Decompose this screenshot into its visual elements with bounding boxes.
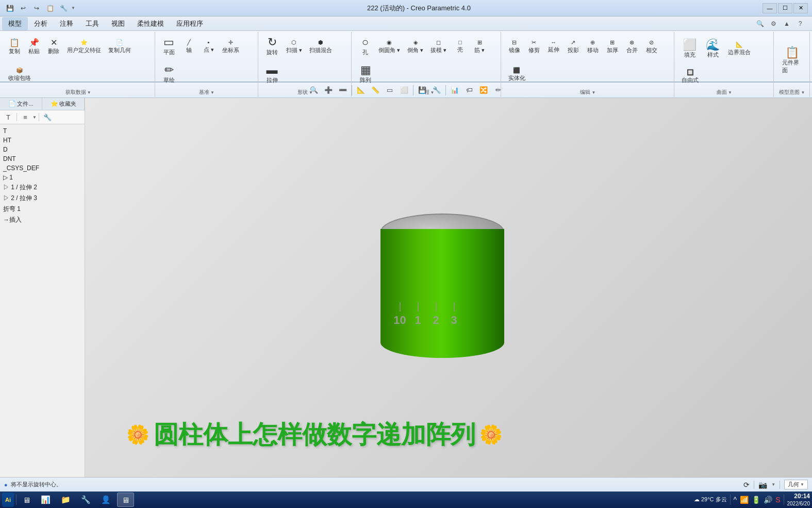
- project-btn[interactable]: ↗投影: [564, 38, 583, 55]
- sweep-btn[interactable]: ⬡扫描 ▾: [283, 38, 305, 55]
- statusbar-rotate-icon[interactable]: ⟳: [743, 481, 750, 489]
- intersect-btn[interactable]: ⊘相交: [642, 38, 661, 55]
- hole-btn[interactable]: ○孔: [356, 33, 374, 60]
- collapse-ribbon-btn[interactable]: ▲: [781, 18, 792, 29]
- solidify-btn[interactable]: ⬛实体化: [505, 66, 528, 83]
- sketch-btn[interactable]: ✏草绘: [159, 61, 179, 88]
- menu-model[interactable]: 模型: [2, 17, 28, 30]
- shrinkwrap-btn[interactable]: 📦收缩包络: [5, 66, 34, 83]
- mirror-btn[interactable]: ⊟镜像: [505, 38, 524, 55]
- minimize-btn[interactable]: —: [763, 3, 777, 13]
- taskbar-up-arrow[interactable]: ^: [734, 496, 737, 504]
- delete-btn[interactable]: ✕删除: [44, 38, 63, 56]
- annotations-btn[interactable]: ✏: [491, 84, 505, 96]
- copy-btn[interactable]: 📋复制: [5, 38, 24, 56]
- settings-btn[interactable]: 🔧: [58, 3, 69, 14]
- chamfer-btn[interactable]: ◈倒角 ▾: [404, 38, 426, 55]
- view-extra-btn[interactable]: 🔀: [477, 84, 490, 96]
- taskbar-task-manager-btn[interactable]: 📊: [37, 493, 55, 507]
- tree-item-extrude3[interactable]: ▷ 2 / 拉伸 3: [3, 193, 81, 204]
- taskbar-battery-icon[interactable]: 🔋: [752, 496, 760, 504]
- component-interface-btn[interactable]: 📋元件界面: [778, 45, 806, 76]
- tree-text-btn[interactable]: T: [2, 111, 14, 123]
- close-btn[interactable]: ✕: [793, 3, 808, 13]
- datum-display-btn[interactable]: 📊: [448, 84, 461, 96]
- statusbar-camera-dropdown[interactable]: ▼: [771, 482, 775, 487]
- taskbar-network-icon[interactable]: 📶: [740, 496, 749, 504]
- tree-item-extrude2[interactable]: ▷ 1 / 拉伸 2: [3, 182, 81, 193]
- zoom-fit-btn[interactable]: 🔍: [307, 84, 321, 96]
- menu-apps[interactable]: 应用程序: [170, 17, 209, 30]
- modelintent-label[interactable]: 模型意图 ▼: [779, 89, 805, 96]
- tree-item-ht[interactable]: HT: [3, 136, 81, 145]
- sidebar-tab-files[interactable]: 📄文件...: [0, 98, 42, 110]
- statusbar-camera-icon[interactable]: 📷: [758, 481, 767, 489]
- getdata-label[interactable]: 获取数据 ▼: [65, 89, 91, 96]
- axis-btn[interactable]: ╱轴: [180, 38, 198, 55]
- tree-item-insert[interactable]: →插入: [3, 215, 81, 225]
- tree-settings-btn[interactable]: 🔧: [41, 111, 54, 123]
- point-btn[interactable]: •点 ▾: [200, 38, 218, 55]
- sidebar-tab-favorites[interactable]: ⭐收藏夹: [42, 98, 85, 110]
- tree-list-btn[interactable]: ≡: [19, 111, 31, 123]
- datum-label[interactable]: 基准 ▼: [199, 89, 214, 96]
- taskbar-user-btn[interactable]: 👤: [97, 493, 115, 507]
- viewport[interactable]: 10 1 2 3: [85, 98, 812, 477]
- options-ribbon-btn[interactable]: ⚙: [768, 18, 779, 29]
- save-quickaccess-btn[interactable]: 💾: [4, 3, 15, 14]
- clipboard-btn[interactable]: 📋: [44, 3, 56, 14]
- extend-btn[interactable]: ↔延伸: [544, 38, 563, 55]
- style-btn[interactable]: 🌊样式: [702, 36, 724, 62]
- view-3d-btn[interactable]: 📏: [369, 84, 382, 96]
- zoom-in-btn[interactable]: ➕: [322, 84, 335, 96]
- taskbar-s-icon[interactable]: S: [775, 496, 780, 504]
- thicken-btn[interactable]: ⊞加厚: [603, 38, 622, 55]
- csys-btn[interactable]: ✛坐标系: [219, 38, 242, 55]
- merge-btn[interactable]: ⊗合并: [623, 38, 641, 55]
- boundary-blend-btn[interactable]: 📐边界混合: [725, 40, 754, 57]
- move-btn[interactable]: ⊕移动: [584, 38, 602, 55]
- search-ribbon-btn[interactable]: 🔍: [754, 18, 766, 29]
- menu-annotation[interactable]: 注释: [54, 17, 79, 30]
- menu-tools[interactable]: 工具: [79, 17, 105, 30]
- draft-btn[interactable]: ◻拔模 ▾: [427, 38, 450, 55]
- taskbar-ai-btn[interactable]: Ai: [2, 493, 14, 507]
- clock[interactable]: 20:14 2022/6/20: [787, 492, 810, 508]
- maximize-btn[interactable]: ☐: [778, 3, 792, 13]
- tree-item-bend[interactable]: 折弯 1: [3, 204, 81, 215]
- undo-btn[interactable]: ↩: [18, 3, 29, 14]
- edit-label[interactable]: 编辑 ▼: [580, 89, 595, 96]
- tree-item-dnt[interactable]: DNT: [3, 154, 81, 163]
- plane-btn[interactable]: ▭平面: [159, 33, 179, 60]
- menu-analysis[interactable]: 分析: [28, 17, 54, 30]
- view-mode-dropdown[interactable]: 几何 ▼: [784, 480, 808, 489]
- tree-item-csys[interactable]: _CSYS_DEF: [3, 163, 81, 173]
- revolve-btn[interactable]: ↻旋转: [262, 33, 282, 60]
- view-box-btn[interactable]: ▭: [383, 84, 396, 96]
- tree-item-t[interactable]: T: [3, 126, 81, 136]
- view-shaded-btn[interactable]: ⬜: [397, 84, 411, 96]
- freeform-btn[interactable]: 🔲自由式: [678, 68, 702, 85]
- surface-label[interactable]: 曲面 ▼: [717, 89, 732, 96]
- fill-btn[interactable]: ⬜填充: [678, 36, 701, 62]
- tree-item-d[interactable]: D: [3, 145, 81, 154]
- menu-view[interactable]: 视图: [105, 17, 131, 30]
- display-settings-btn[interactable]: 🔧: [430, 84, 443, 96]
- menu-flexible[interactable]: 柔性建模: [131, 17, 170, 30]
- taskbar-volume-icon[interactable]: 🔊: [764, 496, 772, 504]
- tree-item-1[interactable]: ▷ 1: [3, 173, 81, 182]
- trim-btn[interactable]: ✂修剪: [525, 38, 543, 55]
- zoom-out-btn[interactable]: ➖: [336, 84, 350, 96]
- redo-btn[interactable]: ↪: [31, 3, 42, 14]
- view-front-btn[interactable]: 📐: [354, 84, 368, 96]
- help-btn[interactable]: ?: [794, 18, 806, 29]
- extrude-btn[interactable]: ▬拉伸: [262, 61, 282, 88]
- rib-btn[interactable]: ⊞筋 ▾: [470, 38, 489, 55]
- taskbar-settings-btn[interactable]: 🔧: [77, 493, 95, 507]
- taskbar-explorer-btn[interactable]: 📁: [57, 493, 75, 507]
- tree-list-dropdown[interactable]: ▼: [32, 115, 37, 120]
- round-btn[interactable]: ◉倒圆角 ▾: [375, 38, 403, 55]
- user-feature-btn[interactable]: ⭐用户定义特征: [64, 38, 104, 55]
- taskbar-creo-btn[interactable]: 🖥: [117, 493, 134, 507]
- copy-geom-btn[interactable]: 📄复制几何: [105, 38, 134, 55]
